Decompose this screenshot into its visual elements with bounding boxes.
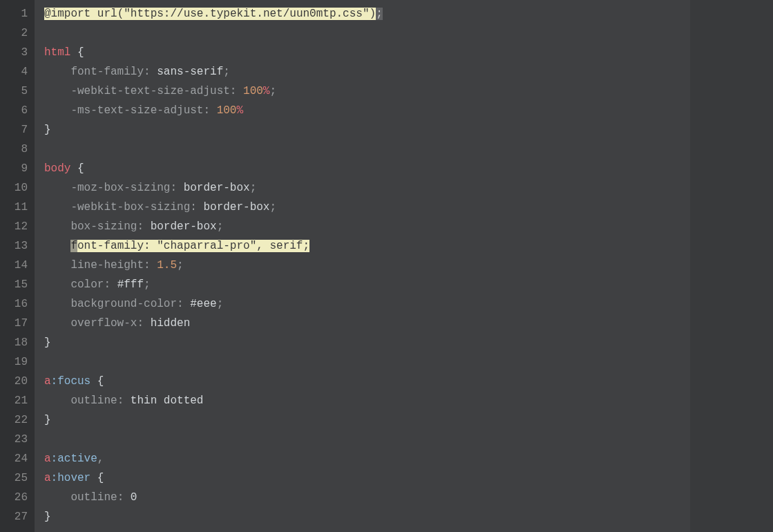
- code-token: f: [70, 240, 77, 252]
- code-token: line-height: [70, 259, 144, 272]
- code-token: [90, 375, 97, 388]
- code-token: [44, 240, 70, 252]
- code-token: {: [77, 46, 84, 59]
- code-token: url: [97, 8, 117, 20]
- code-line[interactable]: body {: [44, 159, 690, 178]
- minimap[interactable]: [690, 0, 773, 532]
- code-line[interactable]: @import url("https://use.typekit.net/uun…: [44, 4, 690, 23]
- line-number: 13: [0, 236, 28, 256]
- code-line[interactable]: box-sizing: border-box;: [44, 217, 690, 236]
- code-line[interactable]: a:hover {: [44, 468, 690, 488]
- code-token: background-color: [70, 298, 177, 310]
- code-line[interactable]: }: [44, 333, 690, 352]
- code-token: ont-family: "chaparral-pro", serif;: [77, 240, 309, 252]
- code-token: :: [170, 182, 183, 194]
- code-token: [44, 182, 70, 194]
- code-token: 100: [217, 104, 237, 117]
- code-editor[interactable]: 1234567891011121314151617181920212223242…: [0, 0, 773, 532]
- code-token: html: [44, 46, 70, 59]
- line-number: 12: [0, 217, 28, 236]
- code-token: [70, 162, 77, 175]
- line-number: 22: [0, 410, 28, 430]
- code-token: :: [137, 317, 150, 330]
- code-token: outline: [70, 491, 117, 504]
- code-token: ;: [376, 8, 383, 20]
- line-number: 7: [0, 120, 28, 140]
- line-number: 5: [0, 82, 28, 101]
- code-token: [44, 85, 70, 97]
- code-line[interactable]: a:focus {: [44, 372, 690, 391]
- code-token: :: [144, 259, 157, 272]
- code-line[interactable]: -ms-text-size-adjust: 100%: [44, 101, 690, 120]
- code-token: -webkit-text-size-adjust: [70, 85, 229, 97]
- line-number: 6: [0, 101, 28, 120]
- line-number: 21: [0, 391, 28, 410]
- code-line[interactable]: }: [44, 120, 690, 140]
- line-number: 17: [0, 314, 28, 333]
- code-line[interactable]: [44, 430, 690, 449]
- code-token: :: [230, 85, 243, 97]
- code-token: ;: [217, 298, 224, 310]
- code-area[interactable]: @import url("https://use.typekit.net/uun…: [35, 0, 690, 532]
- code-line[interactable]: [44, 23, 690, 43]
- code-token: sans-serif: [157, 66, 223, 78]
- code-token: {: [77, 162, 84, 175]
- code-line[interactable]: outline: thin dotted: [44, 391, 690, 410]
- code-line[interactable]: font-family: sans-serif;: [44, 62, 690, 82]
- code-token: :: [117, 395, 131, 407]
- line-number-gutter: 1234567891011121314151617181920212223242…: [0, 0, 35, 532]
- code-line[interactable]: font-family: "chaparral-pro", serif;: [44, 236, 690, 256]
- code-token: 0: [131, 491, 137, 504]
- code-line[interactable]: background-color: #eee;: [44, 294, 690, 314]
- code-line[interactable]: -webkit-text-size-adjust: 100%;: [44, 82, 690, 101]
- code-token: [44, 104, 70, 117]
- line-number: 1: [0, 4, 28, 23]
- line-number: 10: [0, 178, 28, 198]
- line-number: 20: [0, 372, 28, 391]
- code-token: :hover: [51, 472, 91, 484]
- code-token: #eee: [190, 298, 216, 310]
- code-line[interactable]: overflow-x: hidden: [44, 314, 690, 333]
- code-token: [44, 317, 70, 330]
- line-number: 8: [0, 140, 28, 159]
- code-line[interactable]: -webkit-box-sizing: border-box;: [44, 198, 690, 217]
- code-token: overflow-x: [70, 317, 137, 330]
- code-line[interactable]: [44, 352, 690, 372]
- code-token: [44, 220, 70, 233]
- code-token: font-family: [70, 66, 144, 78]
- code-line[interactable]: html {: [44, 43, 690, 62]
- code-token: a: [44, 453, 51, 465]
- line-number: 3: [0, 43, 28, 62]
- code-token: "https://use.typekit.net/uun0mtp.css": [124, 8, 369, 20]
- code-token: hidden: [151, 317, 191, 330]
- line-number: 9: [0, 159, 28, 178]
- code-line[interactable]: line-height: 1.5;: [44, 256, 690, 275]
- code-token: -ms-text-size-adjust: [70, 104, 203, 117]
- code-token: outline: [70, 395, 117, 407]
- code-token: }: [44, 414, 51, 426]
- code-token: [70, 46, 77, 59]
- code-token: :: [104, 278, 117, 291]
- code-line[interactable]: }: [44, 507, 690, 526]
- code-token: ;: [250, 182, 257, 194]
- code-token: }: [44, 336, 51, 349]
- code-token: :: [177, 298, 190, 310]
- code-line[interactable]: [44, 140, 690, 159]
- code-token: color: [70, 278, 104, 291]
- code-token: 100: [243, 85, 263, 97]
- code-line[interactable]: }: [44, 410, 690, 430]
- code-token: #fff: [117, 278, 144, 291]
- code-line[interactable]: -moz-box-sizing: border-box;: [44, 178, 690, 198]
- code-token: thin dotted: [131, 395, 204, 407]
- code-token: ;: [144, 278, 151, 291]
- code-line[interactable]: color: #fff;: [44, 275, 690, 294]
- code-line[interactable]: outline: 0: [44, 488, 690, 507]
- code-token: [44, 395, 70, 407]
- code-token: :: [203, 104, 216, 117]
- code-token: [44, 201, 70, 213]
- code-line[interactable]: a:active,: [44, 449, 690, 468]
- code-token: ;: [177, 259, 184, 272]
- code-token: :: [144, 66, 157, 78]
- line-number: 25: [0, 468, 28, 488]
- code-token: }: [44, 124, 51, 136]
